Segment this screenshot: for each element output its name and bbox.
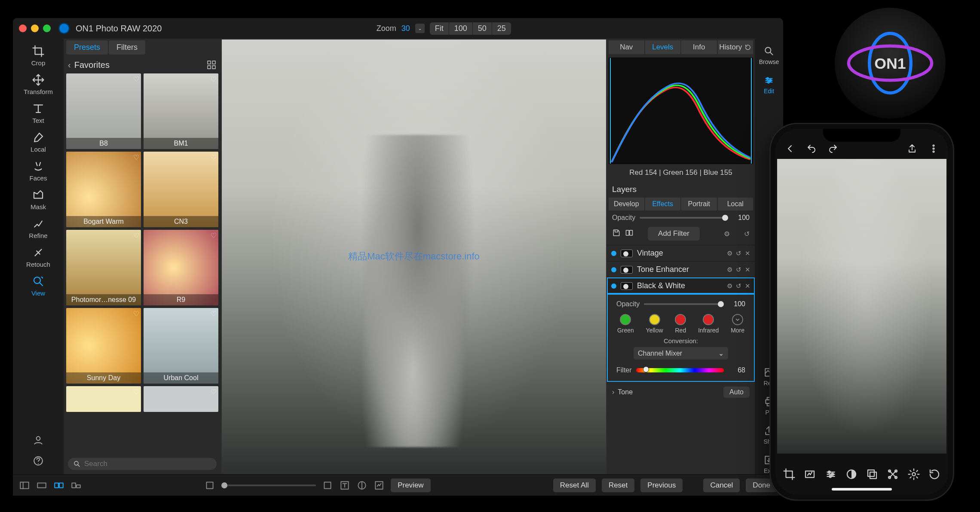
search-input[interactable] <box>84 460 211 468</box>
mask-thumb-icon[interactable] <box>621 266 633 274</box>
dual-view-icon[interactable] <box>53 481 64 490</box>
tool-mask[interactable]: Mask <box>21 189 55 210</box>
gear-icon[interactable]: ⚙ <box>727 266 732 274</box>
filmstrip-icon[interactable] <box>36 481 47 490</box>
close-icon[interactable]: ✕ <box>745 282 750 290</box>
heart-icon[interactable]: ♡ <box>211 75 217 83</box>
bw-yellow[interactable]: Yellow <box>646 314 663 334</box>
contrast-icon[interactable] <box>356 481 368 490</box>
zoom-scrubber[interactable] <box>221 485 316 486</box>
mode-browse[interactable]: Browse <box>759 46 779 65</box>
preset-urban-cool[interactable]: ♡Urban Cool <box>144 308 218 384</box>
tab-info[interactable]: Info <box>681 40 717 54</box>
tab-local[interactable]: Local <box>718 198 753 210</box>
preset-bm1[interactable]: ♡BM1 <box>144 73 218 149</box>
close-icon[interactable]: ✕ <box>745 266 750 274</box>
sliders-icon[interactable] <box>824 468 837 481</box>
home-indicator[interactable] <box>832 488 892 491</box>
undo-icon[interactable] <box>806 143 817 155</box>
heart-icon[interactable]: ♡ <box>211 310 217 318</box>
mode-edit[interactable]: Edit <box>763 75 775 94</box>
maximize-icon[interactable] <box>43 24 51 32</box>
tool-retouch[interactable]: Retouch <box>21 246 55 268</box>
filter-tone-enhancer[interactable]: Tone Enhancer ⚙↺✕ <box>607 261 755 277</box>
contrast-icon[interactable] <box>845 468 858 481</box>
enable-dot-icon[interactable] <box>611 267 616 272</box>
tool-refine[interactable]: Refine <box>21 217 55 239</box>
tab-history[interactable]: History <box>718 40 753 54</box>
heart-icon[interactable]: ♡ <box>211 153 217 162</box>
preview-button[interactable]: Preview <box>391 478 430 492</box>
soft-proof-icon[interactable] <box>374 481 385 490</box>
phone-image[interactable] <box>777 159 946 454</box>
filter-vintage[interactable]: Vintage ⚙↺✕ <box>607 245 755 261</box>
mask-thumb-icon[interactable] <box>621 282 633 290</box>
save-preset-icon[interactable] <box>612 229 621 239</box>
heart-icon[interactable]: ♡ <box>133 232 139 240</box>
minimize-icon[interactable] <box>31 24 39 32</box>
bw-red[interactable]: Red <box>675 314 686 334</box>
compare-view-icon[interactable] <box>70 481 82 490</box>
redo-icon[interactable] <box>828 143 838 155</box>
search-box[interactable] <box>68 458 217 470</box>
bw-more[interactable]: More <box>731 314 744 334</box>
preset-cn3[interactable]: ♡CN3 <box>144 152 218 227</box>
panel-left-icon[interactable] <box>19 481 30 490</box>
tool-local[interactable]: Local <box>21 131 55 153</box>
hue-slider[interactable] <box>636 368 724 372</box>
fit-icon[interactable] <box>204 481 215 490</box>
back-icon[interactable]: ‹ <box>68 60 71 70</box>
tool-view[interactable]: View <box>21 275 55 297</box>
cancel-button[interactable]: Cancel <box>703 478 740 492</box>
grid-view-icon[interactable] <box>206 60 217 70</box>
bw-opacity-slider[interactable] <box>644 303 724 305</box>
opacity-slider[interactable] <box>640 217 728 219</box>
bw-infrared[interactable]: Infrared <box>698 314 719 334</box>
heart-icon[interactable]: ♡ <box>133 153 139 162</box>
reset-icon[interactable]: ↺ <box>736 266 741 274</box>
preset-b8[interactable]: ♡B8 <box>66 73 141 149</box>
gear-icon[interactable]: ⚙ <box>727 282 732 290</box>
zoom-50[interactable]: 50 <box>473 22 492 35</box>
tab-presets[interactable]: Presets <box>66 40 108 55</box>
type-icon[interactable] <box>339 481 350 490</box>
help-icon[interactable] <box>33 455 44 466</box>
gear-icon[interactable]: ⚙ <box>724 230 730 238</box>
tool-crop[interactable]: Crop <box>21 45 55 67</box>
mask-thumb-icon[interactable] <box>621 250 633 257</box>
preset-swatch-a[interactable]: ♡ <box>66 386 141 412</box>
layers-icon[interactable] <box>866 468 879 481</box>
reset-icon[interactable]: ↺ <box>736 250 741 257</box>
reset-icon[interactable]: ↺ <box>736 282 741 290</box>
heart-icon[interactable]: ♡ <box>133 75 139 83</box>
back-icon[interactable] <box>785 143 795 155</box>
zoom-fit[interactable]: Fit <box>430 22 449 35</box>
zoom-dropdown[interactable]: ⌄ <box>415 24 425 33</box>
zoom-100[interactable]: 100 <box>449 22 472 35</box>
previous-button[interactable]: Previous <box>640 478 683 492</box>
filter-black-white[interactable]: Black & White ⚙↺✕ <box>607 277 755 294</box>
tab-filters[interactable]: Filters <box>109 40 145 55</box>
add-filter-button[interactable]: Add Filter <box>648 227 700 241</box>
reset-button[interactable]: Reset <box>602 478 634 492</box>
heart-icon[interactable]: ♡ <box>211 388 217 396</box>
tool-transform[interactable]: Transform <box>21 73 55 95</box>
close-icon[interactable] <box>19 24 27 32</box>
tone-section[interactable]: › Tone Auto <box>607 382 755 402</box>
user-icon[interactable] <box>33 435 44 446</box>
compare-icon[interactable] <box>625 229 634 239</box>
tab-develop[interactable]: Develop <box>609 198 644 210</box>
bw-green[interactable]: Green <box>617 314 634 334</box>
revert-icon[interactable] <box>928 468 941 481</box>
zoom-25[interactable]: 25 <box>492 22 511 35</box>
gear-icon[interactable]: ⚙ <box>727 250 732 257</box>
reset-icon[interactable]: ↺ <box>744 230 750 238</box>
ai-icon[interactable] <box>886 468 899 481</box>
heart-icon[interactable]: ♡ <box>133 388 139 396</box>
close-icon[interactable]: ✕ <box>745 250 750 257</box>
crop-icon[interactable] <box>783 468 796 481</box>
preset-photomorph-09[interactable]: ♡Photomor…nesse 09 <box>66 230 141 305</box>
preset-r9[interactable]: ♡R9 <box>144 230 218 305</box>
preset-swatch-b[interactable]: ♡ <box>144 386 218 412</box>
heart-icon[interactable]: ♡ <box>133 310 139 318</box>
